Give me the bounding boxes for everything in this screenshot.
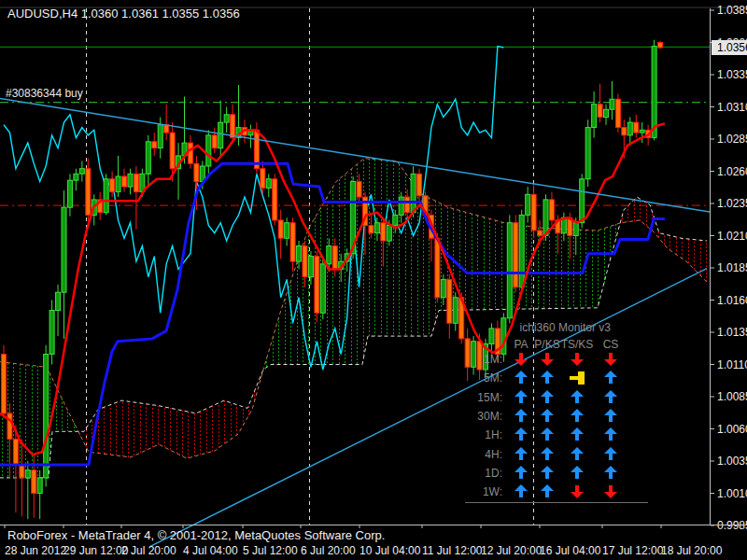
trend-arrow-up <box>540 427 555 441</box>
candle-bear <box>13 440 18 466</box>
candle-bull <box>116 176 120 192</box>
price-axis-label: 1.0235 <box>717 197 747 210</box>
candle-bear <box>2 355 7 414</box>
price-axis-label: 1.0310 <box>717 101 747 114</box>
price-axis-label: 1.0260 <box>717 165 747 178</box>
trend-arrow-down <box>603 352 618 366</box>
candle-bear <box>615 99 620 127</box>
time-axis-label: 10 Jul 04:00 <box>359 544 421 557</box>
trend-arrow-down <box>514 352 529 366</box>
trend-arrow-up <box>603 466 618 480</box>
candle-bear <box>531 194 536 231</box>
candle-bear <box>405 197 410 213</box>
monitor-timeframe-label: 15M: <box>465 391 502 404</box>
trend-arrow-up <box>570 466 585 480</box>
time-axis-label: 18 Jul 20:00 <box>661 544 723 557</box>
candle-bull <box>580 179 585 223</box>
candle-bear <box>357 182 361 198</box>
time-axis-label: 2 Jul 20:00 <box>121 544 176 557</box>
monitor-column-header: TS/KS <box>561 338 594 351</box>
candle-bull <box>266 179 271 189</box>
trend-arrow-up <box>540 447 555 461</box>
candle-bull <box>399 197 403 215</box>
candle-bull <box>543 200 548 236</box>
candle-bear <box>32 470 36 494</box>
candle-bear <box>634 122 639 133</box>
candle-bull <box>128 174 133 187</box>
trend-arrow-down <box>540 352 555 366</box>
candle-bull <box>652 47 656 138</box>
candle-bull <box>627 122 632 135</box>
candle-bull <box>79 169 84 175</box>
monitor-timeframe-label: 1H: <box>465 428 502 441</box>
candle-bear <box>381 223 386 241</box>
price-axis-label: 1.0135 <box>717 326 747 339</box>
trend-arrow-up <box>540 409 555 423</box>
candle-bear <box>86 169 91 216</box>
time-axis-label: 17 Jul 12:00 <box>602 544 664 557</box>
trend-arrow-right <box>570 371 585 385</box>
trend-arrow-up <box>514 371 529 385</box>
candle-bull <box>104 179 108 213</box>
monitor-column-header: CS <box>603 338 619 351</box>
price-axis-label: 1.0335 <box>717 68 747 81</box>
candle-bear <box>332 246 337 270</box>
trend-arrow-up <box>603 390 618 404</box>
candle-bull <box>393 215 398 225</box>
candle-bull <box>640 130 644 133</box>
candle-bear <box>261 169 265 189</box>
monitor-timeframe-label: 4H: <box>465 448 502 461</box>
copyright-text: RoboForex - MetaTrader 4, © 2001-2012, M… <box>7 528 385 542</box>
price-axis-label: 1.0385 <box>717 4 747 17</box>
candle-bull <box>25 470 30 478</box>
price-axis-label: 1.0185 <box>717 261 747 274</box>
mt4-chart-window: 1.03851.03601.03351.03101.02851.02601.02… <box>0 0 747 560</box>
candle-bear <box>598 105 602 118</box>
candle-bull <box>585 128 590 179</box>
candle-bear <box>447 279 452 323</box>
trend-arrow-up <box>514 466 529 480</box>
candle-bull <box>441 279 445 297</box>
candle-bear <box>152 142 157 148</box>
trend-arrow-up <box>570 427 585 441</box>
candle-bull <box>374 223 379 233</box>
candle-bull <box>297 246 302 262</box>
monitor-column-header: PA <box>514 338 528 351</box>
current-price-value: 1.0356 <box>717 41 747 54</box>
candle-bear <box>538 231 543 236</box>
price-axis-label: 1.0110 <box>717 358 747 371</box>
candle-bull <box>411 174 416 212</box>
monitor-timeframe-label: 1M: <box>465 353 502 366</box>
trend-arrow-down <box>570 484 585 498</box>
candle-bear <box>369 226 374 233</box>
candle-bear <box>194 163 199 181</box>
candle-bull <box>146 142 150 175</box>
monitor-separator <box>465 502 648 503</box>
candle-bull <box>592 105 597 128</box>
candle-bull <box>224 115 229 122</box>
trend-arrow-up <box>540 484 555 498</box>
candle-bull <box>285 223 289 239</box>
trend-arrow-up <box>540 390 555 404</box>
price-axis-label: 1.0085 <box>717 390 747 403</box>
candle-bear <box>212 135 217 148</box>
trade-order-label: #30836344 buy <box>6 87 83 100</box>
candle-bull <box>56 292 61 310</box>
candle-bear <box>170 133 175 169</box>
candle-bull <box>206 135 211 166</box>
chart-title-ohlc: AUDUSD,H4 1.0360 1.0361 1.0355 1.0356 <box>7 7 240 21</box>
candle-bear <box>134 174 138 191</box>
candle-bull <box>519 215 524 287</box>
candle-bull <box>526 194 530 215</box>
candle-bear <box>20 465 24 478</box>
candle-bull <box>573 223 578 236</box>
candle-bear <box>658 43 663 49</box>
candle-bull <box>387 226 391 242</box>
time-axis-label: 4 Jul 04:00 <box>183 544 238 557</box>
candle-bull <box>49 311 54 355</box>
candle-bull <box>218 122 223 148</box>
time-axis-label: 12 Jul 20:00 <box>481 544 543 557</box>
candle-bear <box>303 246 307 277</box>
trend-arrow-up <box>603 427 618 441</box>
candle-bear <box>188 143 192 163</box>
